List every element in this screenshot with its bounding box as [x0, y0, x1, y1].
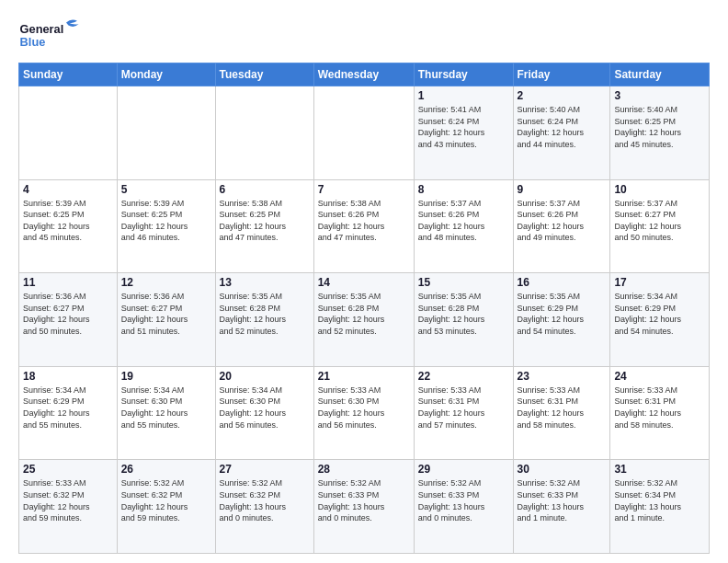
day-info: Sunrise: 5:32 AM Sunset: 6:32 PM Dayligh…: [220, 477, 310, 523]
day-number: 22: [418, 370, 509, 383]
col-header-wednesday: Wednesday: [313, 63, 414, 86]
calendar-cell: [19, 86, 118, 180]
day-info: Sunrise: 5:34 AM Sunset: 6:30 PM Dayligh…: [121, 385, 211, 431]
calendar-cell: 21Sunrise: 5:33 AM Sunset: 6:30 PM Dayli…: [313, 366, 414, 460]
day-info: Sunrise: 5:39 AM Sunset: 6:25 PM Dayligh…: [121, 198, 211, 244]
day-info: Sunrise: 5:34 AM Sunset: 6:29 PM Dayligh…: [614, 291, 705, 337]
calendar-cell: 5Sunrise: 5:39 AM Sunset: 6:25 PM Daylig…: [117, 179, 215, 273]
col-header-tuesday: Tuesday: [215, 63, 313, 86]
day-number: 30: [518, 463, 607, 476]
header-row: SundayMondayTuesdayWednesdayThursdayFrid…: [19, 63, 710, 86]
calendar-cell: 29Sunrise: 5:32 AM Sunset: 6:33 PM Dayli…: [414, 460, 513, 554]
calendar-cell: 17Sunrise: 5:34 AM Sunset: 6:29 PM Dayli…: [610, 273, 710, 367]
calendar-cell: 14Sunrise: 5:35 AM Sunset: 6:28 PM Dayli…: [313, 273, 414, 367]
day-info: Sunrise: 5:37 AM Sunset: 6:27 PM Dayligh…: [614, 198, 705, 244]
day-info: Sunrise: 5:36 AM Sunset: 6:27 PM Dayligh…: [121, 291, 211, 337]
day-number: 13: [220, 276, 310, 289]
day-number: 3: [614, 89, 705, 102]
day-number: 18: [23, 370, 113, 383]
calendar-cell: 7Sunrise: 5:38 AM Sunset: 6:26 PM Daylig…: [313, 179, 414, 273]
calendar-cell: 2Sunrise: 5:40 AM Sunset: 6:24 PM Daylig…: [513, 86, 610, 180]
calendar-cell: [215, 86, 313, 180]
day-info: Sunrise: 5:41 AM Sunset: 6:24 PM Dayligh…: [418, 104, 509, 150]
calendar-cell: 18Sunrise: 5:34 AM Sunset: 6:29 PM Dayli…: [19, 366, 118, 460]
day-info: Sunrise: 5:39 AM Sunset: 6:25 PM Dayligh…: [23, 198, 113, 244]
calendar-cell: 3Sunrise: 5:40 AM Sunset: 6:25 PM Daylig…: [610, 86, 710, 180]
day-number: 15: [418, 276, 509, 289]
col-header-sunday: Sunday: [19, 63, 118, 86]
calendar-cell: 15Sunrise: 5:35 AM Sunset: 6:28 PM Dayli…: [414, 273, 513, 367]
col-header-saturday: Saturday: [610, 63, 710, 86]
calendar-table: SundayMondayTuesdayWednesdayThursdayFrid…: [18, 63, 710, 554]
day-info: Sunrise: 5:34 AM Sunset: 6:29 PM Dayligh…: [23, 385, 113, 431]
day-number: 12: [121, 276, 211, 289]
day-number: 27: [220, 463, 310, 476]
day-number: 8: [418, 183, 509, 196]
calendar-cell: 23Sunrise: 5:33 AM Sunset: 6:31 PM Dayli…: [513, 366, 610, 460]
calendar-cell: 9Sunrise: 5:37 AM Sunset: 6:26 PM Daylig…: [513, 179, 610, 273]
calendar-cell: [117, 86, 215, 180]
day-number: 6: [220, 183, 310, 196]
day-info: Sunrise: 5:32 AM Sunset: 6:33 PM Dayligh…: [518, 477, 607, 523]
day-info: Sunrise: 5:36 AM Sunset: 6:27 PM Dayligh…: [23, 291, 113, 337]
calendar-cell: 6Sunrise: 5:38 AM Sunset: 6:25 PM Daylig…: [215, 179, 313, 273]
day-info: Sunrise: 5:32 AM Sunset: 6:32 PM Dayligh…: [121, 477, 211, 523]
col-header-friday: Friday: [513, 63, 610, 86]
day-number: 2: [518, 89, 607, 102]
day-number: 4: [23, 183, 113, 196]
day-info: Sunrise: 5:34 AM Sunset: 6:30 PM Dayligh…: [220, 385, 310, 431]
day-info: Sunrise: 5:37 AM Sunset: 6:26 PM Dayligh…: [418, 198, 509, 244]
day-info: Sunrise: 5:32 AM Sunset: 6:33 PM Dayligh…: [418, 477, 509, 523]
day-number: 24: [614, 370, 705, 383]
header: General Blue: [18, 15, 710, 55]
day-info: Sunrise: 5:33 AM Sunset: 6:31 PM Dayligh…: [518, 385, 607, 431]
day-info: Sunrise: 5:32 AM Sunset: 6:34 PM Dayligh…: [614, 477, 705, 523]
day-info: Sunrise: 5:33 AM Sunset: 6:30 PM Dayligh…: [318, 385, 410, 431]
day-number: 19: [121, 370, 211, 383]
day-number: 9: [518, 183, 607, 196]
calendar-cell: 25Sunrise: 5:33 AM Sunset: 6:32 PM Dayli…: [19, 460, 118, 554]
day-number: 21: [318, 370, 410, 383]
week-row-1: 1Sunrise: 5:41 AM Sunset: 6:24 PM Daylig…: [19, 86, 710, 180]
day-number: 14: [318, 276, 410, 289]
day-info: Sunrise: 5:35 AM Sunset: 6:28 PM Dayligh…: [220, 291, 310, 337]
day-number: 5: [121, 183, 211, 196]
day-info: Sunrise: 5:33 AM Sunset: 6:31 PM Dayligh…: [614, 385, 705, 431]
calendar-cell: 19Sunrise: 5:34 AM Sunset: 6:30 PM Dayli…: [117, 366, 215, 460]
day-info: Sunrise: 5:32 AM Sunset: 6:33 PM Dayligh…: [318, 477, 410, 523]
col-header-thursday: Thursday: [414, 63, 513, 86]
day-info: Sunrise: 5:38 AM Sunset: 6:25 PM Dayligh…: [220, 198, 310, 244]
day-number: 26: [121, 463, 211, 476]
day-number: 1: [418, 89, 509, 102]
day-number: 17: [614, 276, 705, 289]
day-info: Sunrise: 5:35 AM Sunset: 6:28 PM Dayligh…: [418, 291, 509, 337]
day-number: 11: [23, 276, 113, 289]
calendar-cell: 10Sunrise: 5:37 AM Sunset: 6:27 PM Dayli…: [610, 179, 710, 273]
week-row-5: 25Sunrise: 5:33 AM Sunset: 6:32 PM Dayli…: [19, 460, 710, 554]
day-number: 10: [614, 183, 705, 196]
calendar-cell: 26Sunrise: 5:32 AM Sunset: 6:32 PM Dayli…: [117, 460, 215, 554]
day-info: Sunrise: 5:35 AM Sunset: 6:29 PM Dayligh…: [518, 291, 607, 337]
day-number: 7: [318, 183, 410, 196]
calendar-cell: 13Sunrise: 5:35 AM Sunset: 6:28 PM Dayli…: [215, 273, 313, 367]
calendar-cell: 30Sunrise: 5:32 AM Sunset: 6:33 PM Dayli…: [513, 460, 610, 554]
day-info: Sunrise: 5:35 AM Sunset: 6:28 PM Dayligh…: [318, 291, 410, 337]
week-row-2: 4Sunrise: 5:39 AM Sunset: 6:25 PM Daylig…: [19, 179, 710, 273]
col-header-monday: Monday: [117, 63, 215, 86]
calendar-cell: 4Sunrise: 5:39 AM Sunset: 6:25 PM Daylig…: [19, 179, 118, 273]
calendar-cell: 27Sunrise: 5:32 AM Sunset: 6:32 PM Dayli…: [215, 460, 313, 554]
calendar-cell: 20Sunrise: 5:34 AM Sunset: 6:30 PM Dayli…: [215, 366, 313, 460]
week-row-3: 11Sunrise: 5:36 AM Sunset: 6:27 PM Dayli…: [19, 273, 710, 367]
day-info: Sunrise: 5:33 AM Sunset: 6:32 PM Dayligh…: [23, 477, 113, 523]
day-number: 31: [614, 463, 705, 476]
calendar-cell: 24Sunrise: 5:33 AM Sunset: 6:31 PM Dayli…: [610, 366, 710, 460]
day-info: Sunrise: 5:40 AM Sunset: 6:25 PM Dayligh…: [614, 104, 705, 150]
calendar-cell: 16Sunrise: 5:35 AM Sunset: 6:29 PM Dayli…: [513, 273, 610, 367]
day-number: 25: [23, 463, 113, 476]
day-info: Sunrise: 5:37 AM Sunset: 6:26 PM Dayligh…: [518, 198, 607, 244]
logo: General Blue: [18, 15, 92, 55]
day-number: 23: [518, 370, 607, 383]
day-info: Sunrise: 5:40 AM Sunset: 6:24 PM Dayligh…: [518, 104, 607, 150]
day-info: Sunrise: 5:33 AM Sunset: 6:31 PM Dayligh…: [418, 385, 509, 431]
day-number: 16: [518, 276, 607, 289]
